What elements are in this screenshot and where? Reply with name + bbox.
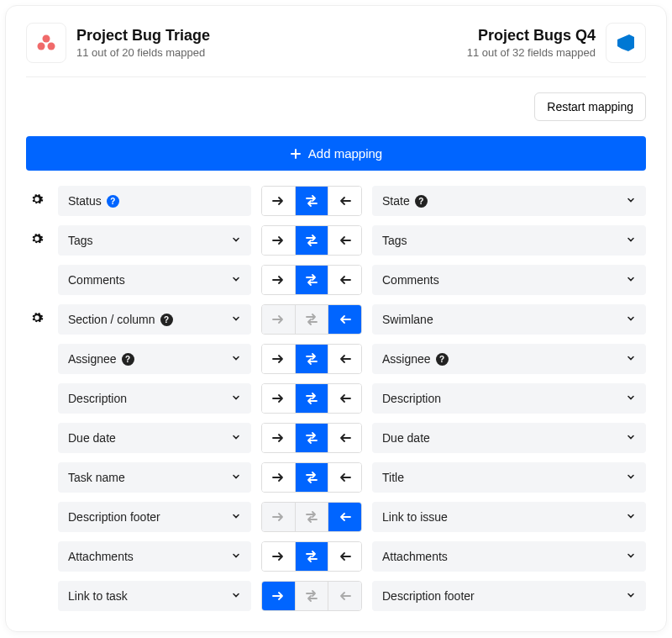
direction-right-button[interactable]	[262, 226, 296, 255]
right-field-label: State	[382, 194, 410, 208]
direction-both-button[interactable]	[296, 266, 329, 294]
direction-toggle	[261, 186, 362, 216]
direction-right-button[interactable]	[262, 187, 296, 215]
direction-both-button[interactable]	[296, 542, 329, 571]
right-field[interactable]: Swimlane	[372, 304, 646, 335]
right-field[interactable]: Assignee?	[372, 344, 646, 374]
direction-right-button[interactable]	[262, 345, 296, 373]
left-field[interactable]: Task name	[58, 462, 251, 493]
left-field[interactable]: Tags	[58, 225, 251, 256]
direction-both-button[interactable]	[296, 345, 329, 373]
direction-left-button[interactable]	[328, 424, 361, 452]
left-field[interactable]: Section / column?	[58, 304, 251, 335]
left-field[interactable]: Assignee?	[58, 344, 251, 374]
right-project-status: 11 out of 32 fields mapped	[467, 46, 596, 59]
left-field-label: Task name	[68, 471, 125, 484]
gear-icon[interactable]	[30, 311, 44, 328]
mapping-row: AttachmentsAttachments	[26, 541, 646, 572]
chevron-down-icon	[626, 550, 636, 563]
chevron-down-icon	[231, 352, 241, 366]
direction-both-button[interactable]	[296, 305, 329, 334]
svg-point-2	[48, 43, 55, 50]
chevron-down-icon	[626, 510, 636, 524]
direction-left-button[interactable]	[328, 305, 361, 334]
direction-both-button[interactable]	[296, 384, 329, 413]
direction-left-button[interactable]	[328, 463, 361, 492]
direction-left-button[interactable]	[328, 226, 361, 255]
right-project: Project Bugs Q4 11 out of 32 fields mapp…	[467, 23, 646, 63]
direction-both-button[interactable]	[296, 582, 329, 610]
direction-both-button[interactable]	[296, 463, 329, 492]
direction-right-button[interactable]	[262, 542, 296, 571]
chevron-down-icon	[626, 352, 636, 366]
left-field[interactable]: Due date	[58, 423, 251, 453]
direction-both-button[interactable]	[296, 187, 329, 215]
help-icon[interactable]: ?	[107, 195, 119, 208]
left-field-label: Comments	[68, 273, 125, 287]
direction-toggle	[261, 502, 362, 532]
right-field-label: Link to issue	[382, 510, 448, 524]
direction-both-button[interactable]	[296, 503, 329, 531]
direction-right-button[interactable]	[262, 305, 296, 334]
right-field[interactable]: Description	[372, 383, 646, 414]
direction-toggle	[261, 581, 362, 611]
chevron-down-icon	[626, 273, 636, 287]
left-field[interactable]: Link to task	[58, 581, 251, 611]
mapping-row: Task nameTitle	[26, 462, 646, 493]
help-icon[interactable]: ?	[122, 353, 134, 366]
right-field[interactable]: Tags	[372, 225, 646, 256]
left-field[interactable]: Comments	[58, 265, 251, 295]
chevron-down-icon	[231, 471, 241, 484]
gear-icon[interactable]	[30, 232, 44, 249]
left-field-label: Description	[68, 392, 127, 405]
right-field[interactable]: Attachments	[372, 541, 646, 572]
right-field-label: Title	[382, 471, 404, 484]
direction-both-button[interactable]	[296, 424, 329, 452]
restart-mapping-button[interactable]: Restart mapping	[534, 92, 646, 121]
mapping-row: Link to taskDescription footer	[26, 581, 646, 611]
direction-right-button[interactable]	[262, 503, 296, 531]
chevron-down-icon	[231, 589, 241, 603]
direction-left-button[interactable]	[328, 542, 361, 571]
header: Project Bug Triage 11 out of 20 fields m…	[26, 23, 646, 77]
help-icon[interactable]: ?	[415, 195, 428, 208]
right-field[interactable]: Due date	[372, 423, 646, 453]
right-field-label: Swimlane	[382, 313, 433, 326]
add-mapping-button[interactable]: Add mapping	[26, 136, 646, 171]
direction-right-button[interactable]	[262, 582, 296, 610]
direction-left-button[interactable]	[328, 503, 361, 531]
right-field[interactable]: Title	[372, 462, 646, 493]
left-field[interactable]: Description	[58, 383, 251, 414]
direction-right-button[interactable]	[262, 463, 296, 492]
mapping-row: Due dateDue date	[26, 423, 646, 453]
right-field[interactable]: State?	[372, 186, 646, 216]
direction-left-button[interactable]	[328, 345, 361, 373]
right-field[interactable]: Comments	[372, 265, 646, 295]
left-field[interactable]: Attachments	[58, 541, 251, 572]
right-field-label: Assignee	[382, 352, 431, 366]
add-mapping-label: Add mapping	[308, 146, 382, 161]
direction-toggle	[261, 383, 362, 414]
direction-left-button[interactable]	[328, 384, 361, 413]
direction-left-button[interactable]	[328, 266, 361, 294]
mapping-row: Section / column?Swimlane	[26, 304, 646, 335]
chevron-down-icon	[231, 510, 241, 524]
right-field[interactable]: Link to issue	[372, 502, 646, 532]
help-icon[interactable]: ?	[160, 314, 173, 326]
chevron-down-icon	[231, 234, 241, 247]
direction-both-button[interactable]	[296, 226, 329, 255]
direction-left-button[interactable]	[328, 582, 361, 610]
gear-icon[interactable]	[30, 192, 44, 209]
help-icon[interactable]: ?	[436, 353, 449, 366]
mapping-row: Description footerLink to issue	[26, 502, 646, 532]
direction-right-button[interactable]	[262, 266, 296, 294]
direction-toggle	[261, 423, 362, 453]
mapping-row: DescriptionDescription	[26, 383, 646, 414]
direction-right-button[interactable]	[262, 384, 296, 413]
chevron-down-icon	[231, 392, 241, 405]
right-field[interactable]: Description footer	[372, 581, 646, 611]
left-field[interactable]: Description footer	[58, 502, 251, 532]
direction-left-button[interactable]	[328, 187, 361, 215]
left-field-label: Link to task	[68, 589, 128, 603]
direction-right-button[interactable]	[262, 424, 296, 452]
